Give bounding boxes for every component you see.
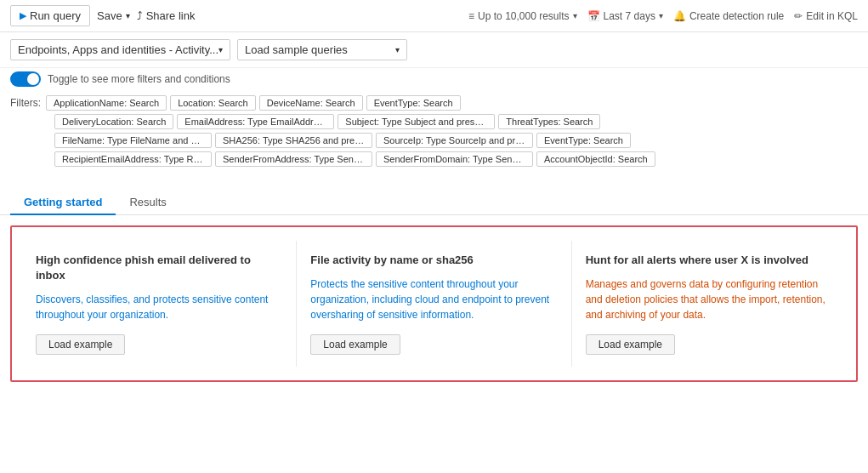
play-icon: ▶	[20, 10, 26, 21]
filter-tag-eventtype-2[interactable]: EventType: Search	[536, 133, 631, 148]
share-icon: ⤴	[137, 9, 143, 22]
endpoint-dropdown-label: Endpoints, Apps and identities - Activit…	[18, 43, 218, 56]
filter-tag-applicationname[interactable]: ApplicationName: Search	[46, 95, 167, 111]
query-bar: Endpoints, Apps and identities - Activit…	[0, 32, 868, 68]
tabs-row: Getting started Results	[0, 184, 868, 215]
filter-tag-sha256[interactable]: SHA256: Type SHA256 and pres...	[215, 133, 372, 148]
create-rule-button[interactable]: 🔔 Create detection rule	[673, 10, 784, 22]
filters-label: Filters:	[10, 97, 41, 109]
filter-tag-threattype[interactable]: ThreatTypes: Search	[498, 114, 600, 129]
results-limit-button[interactable]: ≡ Up to 10,000 results ▾	[468, 10, 576, 22]
filter-tag-senderfrom[interactable]: SenderFromAddress: Type Send...	[215, 151, 372, 167]
sample-queries-chevron-icon: ▾	[395, 45, 400, 54]
card-2: File activity by name or sha256 Protects…	[297, 241, 571, 367]
card-3-desc: Manages and governs data by configuring …	[586, 276, 832, 322]
filters-row-4: RecipientEmailAddress: Type Rec... Sende…	[10, 150, 858, 168]
toolbar-left: ▶ Run query Save ▾ ⤴ Share link	[10, 5, 195, 26]
save-chevron-icon: ▾	[126, 11, 130, 20]
run-query-label: Run query	[30, 9, 81, 22]
card-2-load-button[interactable]: Load example	[310, 334, 400, 355]
filters-row-1: Filters: ApplicationName: Search Locatio…	[10, 94, 858, 112]
results-limit-icon: ≡	[468, 10, 474, 22]
tab-results-label: Results	[129, 196, 166, 208]
filter-tag-devicename[interactable]: DeviceName: Search	[259, 95, 363, 111]
endpoint-dropdown[interactable]: Endpoints, Apps and identities - Activit…	[10, 39, 230, 60]
filter-tag-senderdomain[interactable]: SenderFromDomain: Type Sende...	[376, 151, 533, 167]
endpoint-dropdown-chevron-icon: ▾	[218, 45, 223, 54]
toggle-row: Toggle to see more filters and condition…	[0, 68, 868, 90]
time-range-label: Last 7 days	[604, 10, 655, 22]
filter-tag-recipientemail[interactable]: RecipientEmailAddress: Type Rec...	[54, 151, 212, 167]
filter-tag-sourceip[interactable]: SourceIp: Type SourceIp and pre...	[376, 133, 533, 148]
filters-row-3: FileName: Type FileName and pr... SHA256…	[10, 131, 858, 150]
toolbar-right: ≡ Up to 10,000 results ▾ 📅 Last 7 days ▾…	[468, 10, 858, 22]
toggle-switch[interactable]	[10, 71, 41, 87]
edit-kql-button[interactable]: ✏ Edit in KQL	[794, 10, 858, 22]
card-2-desc: Protects the sensitive content throughou…	[310, 276, 557, 322]
card-1-desc: Discovers, classifies, and protects sens…	[36, 292, 282, 322]
time-range-button[interactable]: 📅 Last 7 days ▾	[587, 10, 663, 22]
card-3-load-button[interactable]: Load example	[586, 334, 675, 355]
filter-tag-accountobjectid[interactable]: AccountObjectId: Search	[536, 151, 655, 167]
edit-kql-label: Edit in KQL	[806, 10, 858, 22]
sample-queries-label: Load sample queries	[245, 43, 348, 56]
tab-getting-started[interactable]: Getting started	[10, 191, 116, 215]
toggle-label: Toggle to see more filters and condition…	[48, 73, 230, 85]
filter-tag-eventtype-1[interactable]: EventType: Search	[366, 95, 461, 111]
card-1-title: High confidence phish email delivered to…	[36, 253, 282, 283]
filter-tag-deliverylocation[interactable]: DeliveryLocation: Search	[54, 114, 173, 129]
card-2-title: File activity by name or sha256	[310, 253, 557, 268]
tab-getting-started-label: Getting started	[24, 196, 102, 208]
filter-tag-emailaddress[interactable]: EmailAddress: Type EmailAddres...	[177, 114, 334, 129]
share-link-button[interactable]: ⤴ Share link	[137, 9, 196, 22]
filter-tag-location[interactable]: Location: Search	[170, 95, 256, 111]
filters-area: Filters: ApplicationName: Search Locatio…	[0, 90, 868, 175]
share-label: Share link	[146, 9, 196, 22]
card-1: High confidence phish email delivered to…	[22, 241, 297, 367]
tab-results[interactable]: Results	[116, 191, 179, 215]
save-button[interactable]: Save ▾	[97, 9, 130, 22]
create-rule-label: Create detection rule	[689, 10, 784, 22]
sample-queries-dropdown[interactable]: Load sample queries ▾	[237, 39, 407, 60]
toolbar: ▶ Run query Save ▾ ⤴ Share link ≡ Up to …	[0, 0, 868, 32]
card-1-load-button[interactable]: Load example	[36, 334, 125, 355]
time-range-chevron-icon: ▾	[659, 11, 663, 20]
calendar-icon: 📅	[587, 10, 600, 22]
card-3-title: Hunt for all alerts where user X is invo…	[586, 253, 832, 268]
results-limit-chevron-icon: ▾	[573, 11, 577, 20]
create-rule-icon: 🔔	[673, 10, 686, 22]
filter-tag-subject[interactable]: Subject: Type Subject and press ...	[338, 114, 495, 129]
edit-kql-icon: ✏	[794, 10, 803, 22]
save-label: Save	[97, 9, 122, 22]
run-query-button[interactable]: ▶ Run query	[10, 5, 90, 26]
results-limit-label: Up to 10,000 results	[478, 10, 569, 22]
filters-row-2: DeliveryLocation: Search EmailAddress: T…	[10, 112, 858, 131]
card-3: Hunt for all alerts where user X is invo…	[572, 241, 846, 367]
cards-container: High confidence phish email delivered to…	[10, 225, 858, 382]
filter-tag-filename[interactable]: FileName: Type FileName and pr...	[54, 133, 212, 148]
